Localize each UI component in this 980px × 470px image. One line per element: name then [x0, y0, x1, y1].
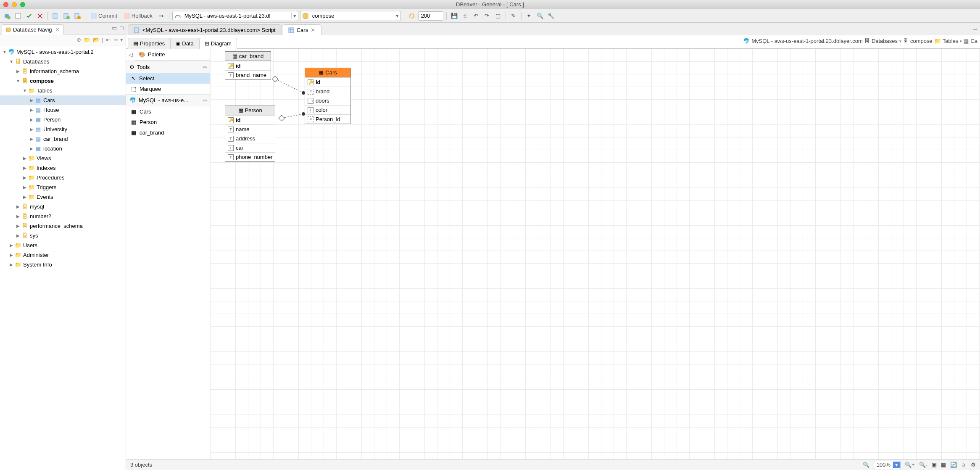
tab-cars[interactable]: Cars ✕	[282, 24, 321, 35]
tree-root-folder[interactable]: ▶📁System Info	[0, 260, 126, 269]
subtab-data[interactable]: ◉ Data	[170, 38, 199, 49]
sql-script-recent-icon[interactable]	[73, 11, 82, 21]
palette-back-icon[interactable]: ◁	[126, 49, 135, 61]
search-icon[interactable]: 🔍	[863, 462, 869, 468]
open-icon[interactable]: 📂	[93, 37, 100, 43]
tab-database-navigator[interactable]: Database Navig ✕	[2, 24, 64, 34]
minimize-view-icon[interactable]: ▭	[112, 25, 117, 31]
palette-entity-item[interactable]: ▦Person	[126, 117, 210, 127]
collapse-icon[interactable]: ⇤	[106, 37, 111, 43]
database-combo[interactable]: compose ▾	[300, 11, 401, 21]
tree-root-folder[interactable]: ▶📁Administer	[0, 250, 126, 260]
subtab-properties[interactable]: ▤ Properties	[128, 38, 170, 49]
database-value: compose	[311, 13, 394, 19]
zoom-combo[interactable]: 100% ▾	[874, 461, 901, 469]
tree-table-item[interactable]: ▶▦location	[0, 144, 126, 153]
tab-script[interactable]: <MySQL - aws-us-east-1-portal.23.dblayer…	[128, 24, 282, 35]
close-icon[interactable]: ✕	[311, 27, 315, 33]
link-editor-icon[interactable]: ⇥	[113, 37, 118, 43]
minimize-icon[interactable]	[12, 2, 17, 7]
new-sql-editor-icon[interactable]	[13, 11, 23, 21]
highlight-icon[interactable]: ✎	[509, 11, 518, 21]
tree-table-item[interactable]: ▶▦House	[0, 105, 126, 115]
rollback-button[interactable]: Rollback	[121, 12, 155, 20]
reject-changes-icon[interactable]: ⎌	[461, 11, 470, 21]
tree-db-item[interactable]: ▶🗄mysql	[0, 202, 126, 211]
tree-table-cars[interactable]: ▶▦ Cars	[0, 95, 126, 105]
transaction-mode-icon[interactable]	[157, 11, 166, 21]
save-icon[interactable]: 💾	[450, 11, 459, 21]
tree-db-item[interactable]: ▶🗄 information_schema	[0, 66, 126, 76]
tree-folder[interactable]: ▶📁Procedures	[0, 173, 126, 182]
new-connection-icon[interactable]	[3, 11, 12, 21]
sql-script-new-icon[interactable]	[62, 11, 71, 21]
entity-cars[interactable]: ▦Cars 🔑id ⌗brand 1.1doors Tcolor ⌗Person…	[305, 68, 351, 124]
fit-icon[interactable]: ▣	[932, 462, 937, 468]
breadcrumb-databases[interactable]: Databases	[872, 38, 898, 44]
breadcrumb-table[interactable]: Ca	[970, 38, 977, 44]
tree-folder[interactable]: ▶📁Events	[0, 192, 126, 202]
palette-entity-item[interactable]: ▦Cars	[126, 106, 210, 117]
wrench-icon[interactable]: 🔧	[546, 11, 556, 21]
palette-entity-item[interactable]: ▦car_brand	[126, 127, 210, 138]
close-icon[interactable]	[3, 2, 8, 7]
export-icon[interactable]: 🖨	[961, 462, 967, 468]
tree-connection[interactable]: ▼🐬 MySQL - aws-us-east-1-portal.2	[0, 47, 126, 57]
wand-icon[interactable]: ✦	[524, 11, 534, 21]
max-rows-input[interactable]	[418, 11, 443, 21]
maximize-icon[interactable]	[20, 2, 25, 7]
commit-button[interactable]: Commit	[88, 12, 120, 20]
rollback-transaction-icon[interactable]	[35, 11, 45, 21]
sql-script-icon[interactable]	[51, 11, 60, 21]
restore-icon[interactable]: ▭	[972, 25, 977, 32]
tree-db-item[interactable]: ▶🗄performance_schema	[0, 221, 126, 231]
subtab-label: Data	[182, 40, 193, 47]
zoom-in-icon[interactable]: 🔍+	[905, 462, 915, 468]
search-icon[interactable]: 🔍	[535, 11, 545, 21]
breadcrumb-conn[interactable]: MySQL - aws-us-east-1-portal.23.dblayer.…	[751, 38, 863, 44]
settings-icon[interactable]: ⚙	[971, 462, 976, 468]
palette-group-tools[interactable]: ⚙ Tools ⇔	[126, 61, 210, 73]
refresh-icon[interactable]	[407, 11, 416, 21]
undo-icon[interactable]: ↶	[472, 11, 481, 21]
new-folder-icon[interactable]: 📁	[84, 37, 90, 43]
palette-item-label: Cars	[140, 108, 151, 115]
view-menu-icon[interactable]: ▾	[120, 37, 123, 43]
breadcrumb-tables[interactable]: Tables	[943, 38, 959, 44]
commit-transaction-icon[interactable]	[24, 11, 34, 21]
redo-icon[interactable]: ↷	[482, 11, 492, 21]
entity-car-brand[interactable]: ▦car_brand 🔑id Tbrand_name	[225, 51, 271, 80]
diagram-canvas[interactable]: ▦car_brand 🔑id Tbrand_name ▦Cars 🔑id ⌗br…	[210, 49, 980, 459]
tree-folder[interactable]: ▶📁Triggers	[0, 182, 126, 192]
entity-person[interactable]: ▦Person 🔑id Tname Taddress Tcar Tphone_n…	[225, 106, 275, 162]
connection-combo[interactable]: MySQL - aws-us-east-1-portal.23.dl ▾	[172, 11, 298, 21]
new-conn-icon[interactable]: ⊕	[76, 37, 81, 43]
subtab-diagram[interactable]: ⊞ Diagram	[199, 38, 237, 49]
tree-label: location	[43, 145, 62, 152]
palette-tool-select[interactable]: ↖ Select	[126, 73, 210, 84]
tree-tables-folder[interactable]: ▼📁 Tables	[0, 86, 126, 95]
pin-icon[interactable]: ⇔	[203, 64, 207, 70]
breadcrumb-db[interactable]: compose	[910, 38, 933, 44]
tree-db-item[interactable]: ▶🗄sys	[0, 231, 126, 240]
maximize-view-icon[interactable]: ◻	[119, 25, 124, 31]
grid-icon[interactable]: ▦	[941, 462, 946, 468]
palette-tool-marquee[interactable]: ⬚ Marquee	[126, 84, 210, 94]
palette-group-conn[interactable]: 🐬 MySQL - aws-us-e... ⇔	[126, 94, 210, 106]
tree-databases[interactable]: ▼🗄 Databases	[0, 57, 126, 66]
chevron-down-icon[interactable]: ▾	[893, 462, 900, 468]
tree-table-item[interactable]: ▶▦car_brand	[0, 134, 126, 144]
refresh-diagram-icon[interactable]: 🔄	[950, 462, 957, 468]
navigator-tree[interactable]: ▼🐬 MySQL - aws-us-east-1-portal.2 ▼🗄 Dat…	[0, 45, 126, 470]
tree-folder[interactable]: ▶📁Views	[0, 153, 126, 163]
zoom-out-icon[interactable]: 🔍-	[919, 462, 927, 468]
tree-folder[interactable]: ▶📁Indexes	[0, 163, 126, 173]
tree-table-item[interactable]: ▶▦Person	[0, 115, 126, 124]
stop-icon[interactable]: ▢	[493, 11, 503, 21]
close-icon[interactable]: ✕	[55, 27, 59, 32]
tree-db-compose[interactable]: ▼🗄 compose	[0, 76, 126, 86]
tree-table-item[interactable]: ▶▦University	[0, 124, 126, 134]
tree-db-item[interactable]: ▶🗄number2	[0, 211, 126, 221]
tree-root-folder[interactable]: ▶📁Users	[0, 240, 126, 250]
pin-icon[interactable]: ⇔	[203, 97, 207, 103]
